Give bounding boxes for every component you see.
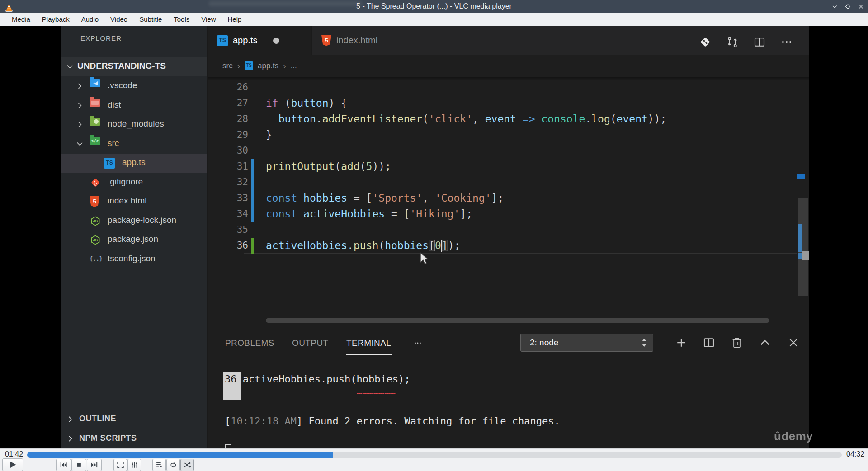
window-title: 5 - The Spread Operator (...) - VLC medi…: [0, 2, 868, 10]
code-line-35: 35: [208, 222, 809, 238]
source-control-diamond-icon[interactable]: [698, 35, 712, 49]
line-number: 35: [226, 222, 248, 238]
gutter-change-marker: [251, 159, 254, 174]
split-editor-icon[interactable]: [753, 35, 766, 49]
kill-terminal-icon[interactable]: [730, 336, 744, 349]
breadcrumb-folder[interactable]: src: [222, 61, 233, 71]
close-panel-icon[interactable]: [787, 336, 800, 349]
compare-changes-icon[interactable]: [726, 35, 739, 49]
code-line-31: 31printOutput(add(5));: [208, 159, 809, 174]
terminal-select[interactable]: 2: node: [520, 334, 653, 352]
folder-src-icon: [90, 137, 100, 145]
menu-audio[interactable]: Audio: [75, 13, 104, 26]
file-node-icon: JS: [90, 235, 101, 245]
line-number: 29: [226, 127, 248, 143]
menu-media[interactable]: Media: [6, 13, 36, 26]
code-line-36: 36activeHobbies.push(hobbies[0]);: [208, 238, 809, 254]
line-number: 32: [226, 174, 248, 190]
panel-tab-terminal[interactable]: TERMINAL: [346, 334, 391, 352]
panel-tab-problems[interactable]: PROBLEMS: [225, 334, 274, 352]
random-button[interactable]: [180, 459, 194, 471]
split-terminal-icon[interactable]: [702, 336, 716, 349]
breadcrumb-more[interactable]: ...: [291, 61, 297, 71]
typescript-icon: [217, 35, 228, 46]
file-html-icon: [90, 196, 99, 207]
breadcrumb-file[interactable]: app.ts: [258, 61, 278, 71]
tree-item-indexhtml[interactable]: index.html: [61, 192, 207, 211]
spinner-arrows-icon: [640, 337, 648, 348]
line-number: 33: [226, 190, 248, 206]
terminal-line: [10:12:18 AM] Found 2 errors. Watching f…: [225, 414, 767, 428]
tab-app-ts[interactable]: app.ts: [208, 26, 312, 55]
breadcrumb[interactable]: src › app.ts › ...: [208, 55, 809, 77]
html5-icon: [321, 35, 331, 46]
tree-item-package-lockjson[interactable]: JSpackage-lock.json: [61, 212, 207, 231]
horizontal-scrollbar[interactable]: [266, 318, 769, 323]
seek-bar[interactable]: [27, 452, 842, 458]
tree-item-tsconfigjson[interactable]: tsconfig.json: [61, 250, 207, 269]
play-button[interactable]: [2, 458, 23, 471]
sidebar-section-npm-scripts[interactable]: NPM SCRIPTS: [61, 429, 207, 448]
menu-help[interactable]: Help: [222, 13, 248, 26]
terminal-line: ~~~~~~~: [225, 386, 767, 400]
line-number: 34: [226, 206, 248, 222]
gutter-change-marker: [251, 174, 254, 190]
vlc-titlebar: 5 - The Spread Operator (...) - VLC medi…: [0, 0, 868, 13]
fullscreen-button[interactable]: [113, 459, 127, 471]
tree-item-appts[interactable]: app.tsM: [61, 154, 207, 173]
chev-right-icon: [76, 121, 84, 128]
line-number: 28: [226, 111, 248, 127]
maximize-panel-icon[interactable]: [758, 336, 772, 349]
more-actions-icon[interactable]: [780, 35, 793, 49]
loop-button[interactable]: [166, 459, 180, 471]
menu-playback[interactable]: Playback: [36, 13, 75, 26]
file-braces-icon: [90, 254, 100, 265]
vlc-menubar: MediaPlaybackAudioVideoSubtitleToolsView…: [0, 13, 868, 26]
stop-button[interactable]: [71, 459, 86, 471]
line-number: 36: [226, 238, 248, 254]
menu-subtitle[interactable]: Subtitle: [133, 13, 168, 26]
tree-item-packagejson[interactable]: JSpackage.json: [61, 231, 207, 250]
code-line-32: 32: [208, 174, 809, 190]
tree-item-dist[interactable]: dist: [61, 96, 207, 115]
next-media-button[interactable]: [87, 459, 102, 471]
folder-dist-icon: [90, 99, 100, 107]
explorer-sidebar: EXPLORER UNDERSTANDING-TS.vscodedistnode…: [61, 26, 208, 448]
chevron-right-icon: [66, 415, 74, 423]
video-artifact: [208, 1, 362, 6]
code-line-34: 34const activeHobbies = ['Hiking'];: [208, 206, 809, 222]
svg-text:JS: JS: [93, 238, 98, 242]
previous-media-button[interactable]: [56, 459, 71, 471]
tree-root-understanding-ts[interactable]: UNDERSTANDING-TS: [61, 57, 207, 76]
tab-index-html[interactable]: index.html: [312, 26, 416, 55]
minimize-button[interactable]: [830, 2, 839, 11]
panel-tab-output[interactable]: OUTPUT: [292, 334, 329, 352]
overview-ruler-marker: [798, 224, 802, 252]
menu-view[interactable]: View: [195, 13, 222, 26]
sidebar-section-outline[interactable]: OUTLINE: [61, 410, 207, 429]
terminal-line: 36 activeHobbies.push(hobbies);: [225, 372, 767, 386]
close-button[interactable]: [856, 2, 865, 11]
tree-item-gitignore[interactable]: .gitignore: [61, 173, 207, 192]
code-editor[interactable]: 2627if (button) {28 button.addEventListe…: [208, 77, 809, 325]
terminal-panel: 2: node PROBLEMSOUTPUTTERMINAL36 activeH…: [208, 325, 809, 448]
new-terminal-icon[interactable]: [675, 336, 688, 349]
menu-video[interactable]: Video: [104, 13, 133, 26]
tree-item-src[interactable]: src●: [61, 135, 207, 154]
chev-right-icon: [76, 102, 84, 109]
more-actions-icon[interactable]: [411, 339, 425, 348]
unsaved-dot[interactable]: [273, 38, 279, 44]
code-line-28: 28 button.addEventListener('click', even…: [208, 111, 809, 127]
chevron-right-icon: [66, 435, 74, 443]
overview-ruler-marker: [797, 174, 805, 179]
breadcrumb-separator: ›: [237, 61, 240, 71]
tree-item-node-modules[interactable]: node_modules: [61, 115, 207, 134]
terminal-line: [225, 400, 767, 414]
maximize-button[interactable]: [843, 2, 852, 11]
menu-tools[interactable]: Tools: [168, 13, 195, 26]
tree-item-vscode[interactable]: .vscode: [61, 77, 207, 96]
playlist-button[interactable]: [152, 459, 166, 471]
extended-settings-button[interactable]: [127, 459, 141, 471]
vlc-controlbar: 01:42 04:32 101%: [0, 448, 868, 471]
screen: 5 - The Spread Operator (...) - VLC medi…: [0, 0, 868, 471]
